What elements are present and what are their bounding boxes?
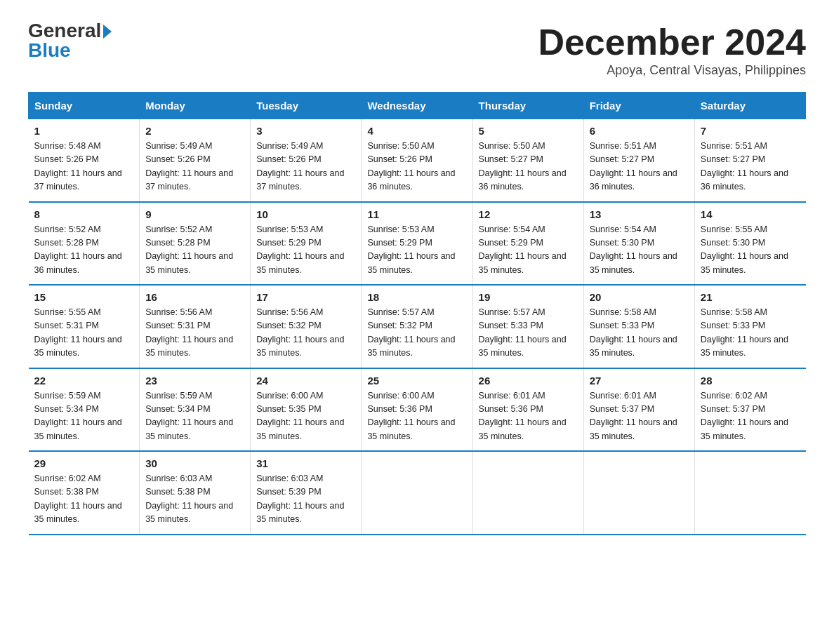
day-number: 26	[479, 375, 578, 387]
day-number: 29	[34, 457, 134, 469]
col-header-sunday: Sunday	[29, 93, 140, 119]
week-row-1: 1Sunrise: 5:48 AMSunset: 5:26 PMDaylight…	[29, 119, 806, 202]
day-info: Sunrise: 5:49 AMSunset: 5:26 PMDaylight:…	[145, 140, 244, 194]
day-number: 28	[701, 375, 800, 387]
day-info: Sunrise: 5:56 AMSunset: 5:31 PMDaylight:…	[145, 306, 244, 361]
calendar-cell: 12Sunrise: 5:54 AMSunset: 5:29 PMDayligh…	[472, 202, 583, 286]
page-header: General Blue December 2024 Apoya, Centra…	[28, 21, 806, 78]
calendar-cell: 17Sunrise: 5:56 AMSunset: 5:32 PMDayligh…	[251, 285, 362, 368]
day-info: Sunrise: 5:53 AMSunset: 5:29 PMDaylight:…	[367, 223, 466, 278]
col-header-wednesday: Wednesday	[362, 93, 472, 119]
day-number: 5	[479, 125, 578, 137]
week-row-3: 15Sunrise: 5:55 AMSunset: 5:31 PMDayligh…	[29, 285, 806, 368]
calendar-cell: 15Sunrise: 5:55 AMSunset: 5:31 PMDayligh…	[29, 285, 140, 368]
day-info: Sunrise: 6:03 AMSunset: 5:38 PMDaylight:…	[145, 472, 244, 527]
day-number: 15	[34, 291, 134, 303]
day-number: 27	[590, 375, 689, 387]
day-number: 1	[34, 125, 134, 137]
month-title: December 2024	[538, 21, 806, 63]
calendar-cell: 31Sunrise: 6:03 AMSunset: 5:39 PMDayligh…	[251, 451, 362, 535]
day-number: 11	[367, 208, 466, 220]
week-row-5: 29Sunrise: 6:02 AMSunset: 5:38 PMDayligh…	[29, 451, 806, 535]
location-text: Apoya, Central Visayas, Philippines	[538, 63, 806, 78]
day-info: Sunrise: 5:59 AMSunset: 5:34 PMDaylight:…	[145, 389, 244, 444]
calendar-cell: 26Sunrise: 6:01 AMSunset: 5:36 PMDayligh…	[472, 368, 583, 452]
calendar-cell: 16Sunrise: 5:56 AMSunset: 5:31 PMDayligh…	[140, 285, 251, 368]
day-number: 24	[256, 375, 355, 387]
calendar-cell: 22Sunrise: 5:59 AMSunset: 5:34 PMDayligh…	[29, 368, 140, 452]
day-info: Sunrise: 5:54 AMSunset: 5:30 PMDaylight:…	[590, 223, 689, 278]
logo-general-text: General	[28, 21, 101, 41]
day-info: Sunrise: 5:58 AMSunset: 5:33 PMDaylight:…	[590, 306, 689, 361]
day-number: 6	[590, 125, 689, 137]
calendar-cell: 7Sunrise: 5:51 AMSunset: 5:27 PMDaylight…	[694, 119, 805, 202]
calendar-cell: 10Sunrise: 5:53 AMSunset: 5:29 PMDayligh…	[251, 202, 362, 286]
day-number: 19	[479, 291, 578, 303]
day-info: Sunrise: 6:02 AMSunset: 5:38 PMDaylight:…	[34, 472, 134, 527]
col-header-saturday: Saturday	[694, 93, 805, 119]
col-header-friday: Friday	[583, 93, 694, 119]
day-info: Sunrise: 5:57 AMSunset: 5:33 PMDaylight:…	[479, 306, 578, 361]
calendar-cell: 29Sunrise: 6:02 AMSunset: 5:38 PMDayligh…	[29, 451, 140, 535]
calendar-cell: 19Sunrise: 5:57 AMSunset: 5:33 PMDayligh…	[472, 285, 583, 368]
calendar-cell: 11Sunrise: 5:53 AMSunset: 5:29 PMDayligh…	[362, 202, 472, 286]
calendar-cell: 18Sunrise: 5:57 AMSunset: 5:32 PMDayligh…	[362, 285, 472, 368]
day-number: 12	[479, 208, 578, 220]
day-info: Sunrise: 5:51 AMSunset: 5:27 PMDaylight:…	[701, 140, 800, 194]
day-number: 7	[701, 125, 800, 137]
calendar-cell: 27Sunrise: 6:01 AMSunset: 5:37 PMDayligh…	[583, 368, 694, 452]
calendar-cell: 8Sunrise: 5:52 AMSunset: 5:28 PMDaylight…	[29, 202, 140, 286]
day-info: Sunrise: 6:00 AMSunset: 5:35 PMDaylight:…	[256, 389, 355, 444]
day-info: Sunrise: 6:00 AMSunset: 5:36 PMDaylight:…	[367, 389, 466, 444]
calendar-table: SundayMondayTuesdayWednesdayThursdayFrid…	[28, 92, 806, 535]
day-number: 13	[590, 208, 689, 220]
day-number: 16	[145, 291, 244, 303]
calendar-cell: 4Sunrise: 5:50 AMSunset: 5:26 PMDaylight…	[362, 119, 472, 202]
day-info: Sunrise: 5:54 AMSunset: 5:29 PMDaylight:…	[479, 223, 578, 278]
day-info: Sunrise: 5:51 AMSunset: 5:27 PMDaylight:…	[590, 140, 689, 194]
day-number: 25	[367, 375, 466, 387]
day-number: 4	[367, 125, 466, 137]
day-number: 8	[34, 208, 134, 220]
day-number: 22	[34, 375, 134, 387]
calendar-cell: 23Sunrise: 5:59 AMSunset: 5:34 PMDayligh…	[140, 368, 251, 452]
day-number: 23	[145, 375, 244, 387]
day-info: Sunrise: 5:56 AMSunset: 5:32 PMDaylight:…	[256, 306, 355, 361]
day-info: Sunrise: 6:03 AMSunset: 5:39 PMDaylight:…	[256, 472, 355, 527]
calendar-cell: 1Sunrise: 5:48 AMSunset: 5:26 PMDaylight…	[29, 119, 140, 202]
calendar-cell	[362, 451, 472, 535]
day-number: 14	[701, 208, 800, 220]
day-info: Sunrise: 5:53 AMSunset: 5:29 PMDaylight:…	[256, 223, 355, 278]
day-info: Sunrise: 5:57 AMSunset: 5:32 PMDaylight:…	[367, 306, 466, 361]
day-number: 30	[145, 457, 244, 469]
calendar-cell: 24Sunrise: 6:00 AMSunset: 5:35 PMDayligh…	[251, 368, 362, 452]
day-number: 20	[590, 291, 689, 303]
col-header-tuesday: Tuesday	[251, 93, 362, 119]
calendar-cell: 30Sunrise: 6:03 AMSunset: 5:38 PMDayligh…	[140, 451, 251, 535]
col-header-thursday: Thursday	[472, 93, 583, 119]
day-info: Sunrise: 5:55 AMSunset: 5:31 PMDaylight:…	[34, 306, 134, 361]
day-info: Sunrise: 6:02 AMSunset: 5:37 PMDaylight:…	[701, 389, 800, 444]
calendar-cell: 14Sunrise: 5:55 AMSunset: 5:30 PMDayligh…	[694, 202, 805, 286]
day-number: 9	[145, 208, 244, 220]
title-block: December 2024 Apoya, Central Visayas, Ph…	[538, 21, 806, 78]
day-info: Sunrise: 5:52 AMSunset: 5:28 PMDaylight:…	[145, 223, 244, 278]
day-info: Sunrise: 5:50 AMSunset: 5:26 PMDaylight:…	[367, 140, 466, 194]
day-number: 21	[701, 291, 800, 303]
calendar-cell: 28Sunrise: 6:02 AMSunset: 5:37 PMDayligh…	[694, 368, 805, 452]
calendar-cell	[583, 451, 694, 535]
day-number: 3	[256, 125, 355, 137]
day-number: 2	[145, 125, 244, 137]
calendar-cell: 21Sunrise: 5:58 AMSunset: 5:33 PMDayligh…	[694, 285, 805, 368]
day-info: Sunrise: 5:49 AMSunset: 5:26 PMDaylight:…	[256, 140, 355, 194]
day-info: Sunrise: 6:01 AMSunset: 5:37 PMDaylight:…	[590, 389, 689, 444]
logo-blue-text: Blue	[28, 41, 112, 60]
calendar-cell: 13Sunrise: 5:54 AMSunset: 5:30 PMDayligh…	[583, 202, 694, 286]
day-info: Sunrise: 5:59 AMSunset: 5:34 PMDaylight:…	[34, 389, 134, 444]
day-info: Sunrise: 5:52 AMSunset: 5:28 PMDaylight:…	[34, 223, 134, 278]
day-info: Sunrise: 5:58 AMSunset: 5:33 PMDaylight:…	[701, 306, 800, 361]
calendar-cell: 3Sunrise: 5:49 AMSunset: 5:26 PMDaylight…	[251, 119, 362, 202]
day-info: Sunrise: 5:55 AMSunset: 5:30 PMDaylight:…	[701, 223, 800, 278]
day-info: Sunrise: 5:48 AMSunset: 5:26 PMDaylight:…	[34, 140, 134, 194]
calendar-cell	[694, 451, 805, 535]
